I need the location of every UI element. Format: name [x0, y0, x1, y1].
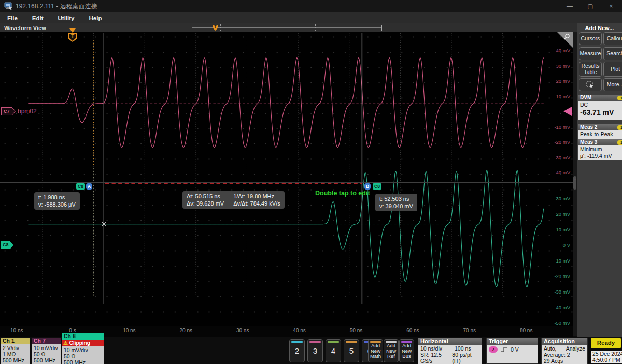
cursor-a-time: t: 1.988 ns [38, 194, 76, 201]
acquisition-panel[interactable]: Acquisition Auto,Analyze Average: 2 29 A… [541, 338, 588, 364]
acq-average: Average: 2 [544, 352, 585, 358]
time-tick-label: 80 ns [520, 328, 532, 333]
waveform-display[interactable]: 40 mV30 mV20 mV10 mV-10 mV-20 mV-30 mV-4… [0, 32, 573, 326]
inverse-delta-t: 1/Δt: 19.80 MHz [233, 193, 280, 200]
menu-file[interactable]: File [0, 15, 25, 21]
channel-button-label: 5 [349, 346, 354, 355]
ready-status-button[interactable]: Ready [591, 338, 621, 348]
menu-edit[interactable]: Edit [25, 15, 51, 21]
menu-help[interactable]: Help [82, 15, 109, 21]
vertical-scrollbar[interactable]: ⋮ [573, 32, 577, 336]
overview-right-bracket[interactable] [379, 25, 382, 31]
magnifier-icon[interactable] [563, 33, 571, 41]
add-search-button[interactable]: Search [603, 47, 622, 60]
ch7-badge[interactable]: Ch 7 10 mV/div 50 Ω 500 MHz [32, 338, 61, 364]
channel-2-button[interactable]: 2 [289, 339, 305, 362]
menu-bar: File Edit Utility Help [0, 12, 622, 23]
dvm-panel-body[interactable]: DC -63.71 mV [578, 101, 622, 120]
channel-c7-alias[interactable]: bpm02 [18, 108, 37, 115]
ch7-header[interactable]: Ch 7 [32, 338, 61, 344]
cursor-b-voltage: v: 39.040 mV [379, 202, 413, 210]
maximize-button[interactable]: ▢ [582, 0, 599, 12]
cursor-b-chip[interactable]: B [364, 183, 371, 190]
close-button[interactable]: × [602, 0, 620, 12]
time-tick-label: 30 ns [236, 328, 249, 333]
time-tick-label: 40 ns [293, 328, 305, 333]
voltage-tick-label: 10 mV [556, 227, 570, 232]
double-tap-hint[interactable]: Double tap to edit [315, 190, 370, 197]
add-results-table-button[interactable]: Results Table [579, 62, 602, 77]
meas2-title: Meas 2 [580, 124, 597, 130]
ch1-header[interactable]: Ch 1 [1, 338, 30, 344]
ch1-badge[interactable]: Ch 1 2 V/div 1 MΩ 500 MHz [1, 338, 30, 364]
add-new-ref-button[interactable]: Add New Ref [384, 339, 399, 362]
ch8-scale: 10 mV/div [64, 347, 102, 353]
ch1-scale: 2 V/div [3, 345, 29, 351]
c7-level-arrow[interactable] [563, 107, 572, 116]
datetime-display: 25 Dec 2024 4:50:07 PM [591, 351, 622, 363]
time-tick-label: 50 ns [350, 328, 362, 333]
cursor-a-readout[interactable]: t: 1.988 ns v: -588.306 μV [34, 192, 80, 210]
trigger-panel[interactable]: Trigger 7 0 V [486, 338, 538, 364]
horizontal-header[interactable]: Horizontal [418, 338, 482, 345]
add-measure-button[interactable]: Measure [579, 47, 602, 60]
ch7-scale: 10 mV/div [34, 345, 60, 351]
ch8-badge[interactable]: Ch 8 ⚠ Clipping 10 mV/div 50 Ω 500 MHz [62, 333, 104, 364]
waveform-c7 [28, 58, 543, 148]
channel-color-stripe [328, 341, 339, 343]
horizontal-overview-bar[interactable]: T [192, 24, 382, 32]
channel-5-button[interactable]: 5 [344, 339, 359, 362]
cursor-a-chip[interactable]: A [86, 183, 92, 190]
ch8-header[interactable]: Ch 8 [62, 333, 104, 340]
add-new-math-button[interactable]: Add New Math [368, 339, 383, 362]
cursor-a-channel-chip[interactable]: C8 [76, 183, 85, 190]
voltage-tick-label: 20 mV [556, 78, 570, 84]
overview-slice-mark-a [220, 24, 221, 31]
add-callout-button[interactable]: Callout [603, 32, 622, 45]
overview-trigger-icon[interactable]: T [213, 25, 218, 31]
meas3-panel-header[interactable]: Meas 3 1 [578, 139, 622, 145]
minimize-button[interactable]: — [561, 0, 578, 12]
cursor-b-channel-chip[interactable]: C8 [373, 183, 381, 190]
add-new-heading: Add New... [577, 25, 622, 31]
horizontal-panel[interactable]: Horizontal 10 ns/div100 ns SR: 12.5 GS/s… [418, 338, 482, 364]
horizontal-scale: 10 ns/div [420, 345, 455, 352]
delta-v-over-t: Δv/Δt: 784.49 kV/s [233, 200, 280, 207]
ch7-bandwidth: 500 MHz [34, 357, 60, 363]
waveform-c8 [28, 170, 543, 287]
meas3-panel-body[interactable]: Minimum μ': -119.4 mV [578, 145, 622, 160]
dvm-title: DVM [580, 95, 591, 100]
channel-button-label: 3 [313, 346, 317, 355]
overview-left-bracket[interactable] [192, 25, 195, 31]
channel-4-button[interactable]: 4 [326, 339, 341, 362]
trigger-header[interactable]: Trigger [486, 338, 538, 345]
menu-utility[interactable]: Utility [51, 15, 82, 21]
scrollbar-handle[interactable]: ⋮ [573, 176, 576, 190]
ch8-bandwidth: 500 MHz [64, 359, 102, 364]
acquisition-header[interactable]: Acquisition [541, 338, 588, 345]
channel-3-button[interactable]: 3 [307, 339, 323, 362]
marquee-select-button[interactable] [579, 78, 602, 91]
dvm-panel-header[interactable]: DVM 1 [578, 95, 622, 101]
waveform-view-tab[interactable]: Waveform View [4, 25, 46, 31]
more-button[interactable]: More... [603, 78, 622, 91]
voltage-tick-label: -30 mV [554, 289, 570, 295]
view-tab-strip: Waveform View T [0, 23, 577, 33]
window-title: 192.168.2.111 - 远程桌面连接 [16, 2, 97, 11]
trigger-caret-icon[interactable] [69, 28, 76, 33]
channel-color-stripe [346, 341, 357, 343]
cursor-b-readout[interactable]: t: 52.503 ns v: 39.040 mV [375, 194, 417, 211]
dvm-value: -63.71 mV [580, 108, 622, 117]
add-plot-button[interactable]: Plot [603, 62, 622, 77]
meas2-panel-header[interactable]: Meas 2 1 [578, 124, 622, 130]
slice-divider[interactable] [0, 182, 573, 183]
acq-count: 29 Acqs [544, 358, 585, 364]
acq-mode: Auto, [544, 345, 557, 352]
window-titlebar: 192.168.2.111 - 远程桌面连接 — ▢ × [0, 0, 622, 12]
meas3-type: Minimum [580, 146, 622, 153]
add-cursors-button[interactable]: Cursors [579, 32, 602, 45]
cursor-delta-readout[interactable]: Δt: 50.515 ns Δv: 39.628 mV 1/Δt: 19.80 … [182, 191, 285, 209]
add-new-bus-button[interactable]: Add New Bus [399, 339, 414, 362]
channel-color-stripe [309, 341, 321, 343]
cursor-b-time: t: 52.503 ns [379, 195, 413, 202]
